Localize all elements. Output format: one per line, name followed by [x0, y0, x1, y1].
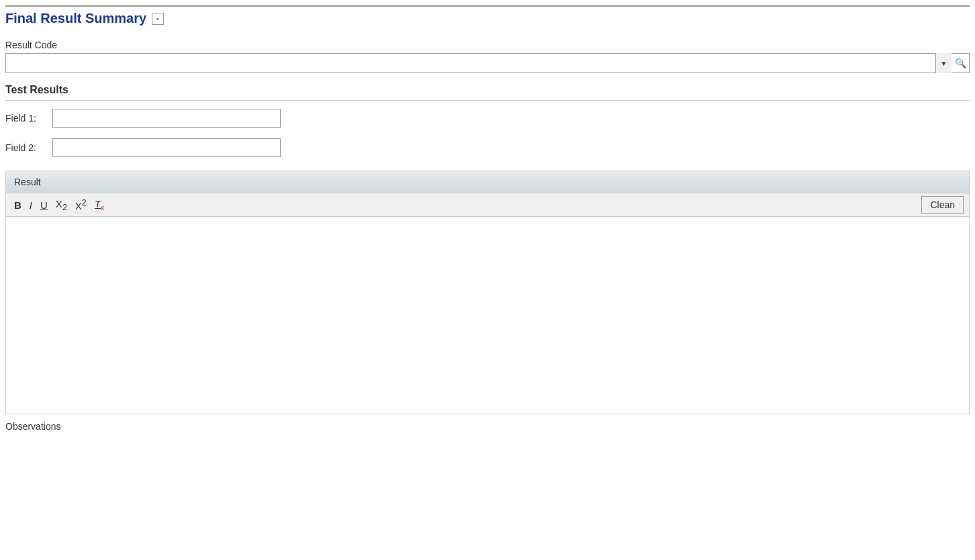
result-code-search-button[interactable]: 🔍 [951, 53, 970, 73]
clear-format-button[interactable]: Tx [92, 197, 107, 213]
bold-button[interactable]: B [11, 198, 24, 212]
result-code-row: ▼ 🔍 [5, 53, 970, 73]
superscript-sup: 2 [82, 198, 87, 207]
test-results-label: Test Results [5, 84, 970, 96]
subscript-sub: 2 [62, 203, 67, 212]
field2-input[interactable] [52, 138, 281, 157]
field1-row: Field 1: [5, 109, 970, 128]
test-results-divider [5, 100, 970, 101]
clear-format-icon: Tx [95, 198, 104, 212]
result-code-group: Result Code ▼ 🔍 [5, 40, 970, 73]
result-text-area[interactable] [6, 217, 969, 412]
result-section: Result B I U X2 X2 Tx Clean [5, 171, 970, 414]
field2-row: Field 2: [5, 138, 970, 157]
subscript-button[interactable]: X2 [53, 197, 70, 214]
field2-label: Field 2: [5, 142, 52, 153]
section-header: Final Result Summary - [5, 5, 970, 26]
result-code-select-wrapper: ▼ [5, 53, 951, 73]
underline-button[interactable]: U [38, 198, 50, 212]
superscript-label: X2 [75, 198, 87, 212]
superscript-button[interactable]: X2 [73, 197, 89, 213]
observations-label: Observations [5, 421, 970, 432]
collapse-button[interactable]: - [152, 13, 164, 25]
result-code-select[interactable] [5, 53, 951, 73]
page-title: Final Result Summary [5, 11, 146, 26]
field1-input[interactable] [52, 109, 281, 128]
field1-label: Field 1: [5, 113, 52, 124]
rich-text-toolbar: B I U X2 X2 Tx Clean [6, 193, 969, 217]
page-container: Final Result Summary - Result Code ▼ 🔍 T… [0, 0, 975, 560]
clear-format-x: x [101, 204, 104, 212]
clean-button[interactable]: Clean [921, 196, 964, 214]
italic-button[interactable]: I [27, 198, 35, 212]
subscript-label: X2 [56, 198, 67, 212]
result-section-header: Result [6, 171, 969, 193]
test-results-group: Test Results Field 1: Field 2: [5, 84, 970, 157]
result-code-label: Result Code [5, 40, 970, 50]
search-icon: 🔍 [955, 58, 966, 68]
